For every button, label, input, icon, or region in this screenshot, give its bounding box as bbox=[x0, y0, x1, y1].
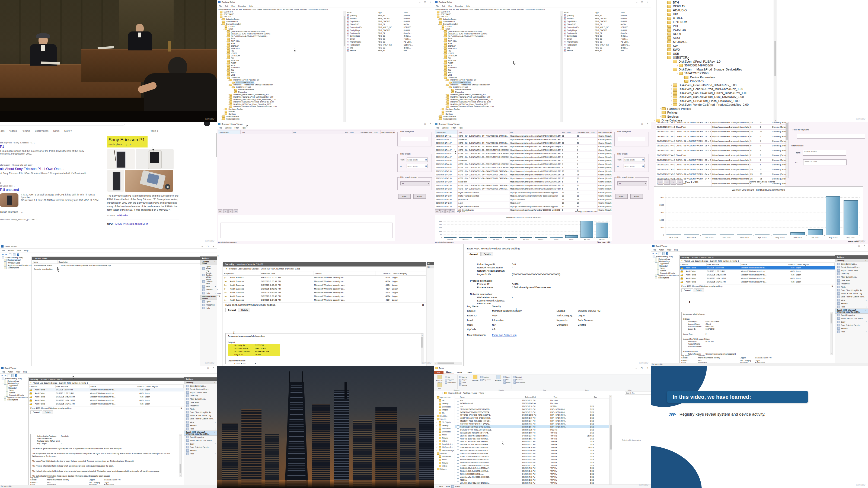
tools-button[interactable]: Tools ▾ bbox=[151, 130, 158, 132]
registry-value-row[interactable]: abDeviceDesc REG_SZ @diski... bbox=[563, 35, 651, 38]
ribbon-button[interactable]: Move to bbox=[459, 376, 467, 378]
registry-tree-node[interactable]: ›Disk&Ven_SanDisk&Prod_Cruzer_Blade&Rev_… bbox=[651, 91, 774, 95]
action-item[interactable]: Clear Filter bbox=[184, 401, 217, 404]
nav-item[interactable]: Downloads bbox=[434, 405, 455, 409]
values-header[interactable]: Name Type Data bbox=[563, 11, 651, 14]
ribbon-button[interactable]: Cut bbox=[445, 376, 456, 378]
keyword-input[interactable] bbox=[618, 137, 645, 141]
calendar-icon[interactable]: ▦ bbox=[425, 165, 427, 167]
tab-details[interactable]: Details bbox=[239, 308, 250, 312]
tree-node[interactable]: Security bbox=[651, 265, 679, 267]
expander-icon[interactable]: › bbox=[664, 1, 667, 5]
menu-item[interactable]: File bbox=[2, 249, 5, 252]
ribbon-button[interactable]: Edit bbox=[503, 379, 510, 381]
action-item[interactable]: Attach a Task To this Log... bbox=[835, 292, 868, 295]
registry-tree-node[interactable]: ⌄Disk&Ven___Mass&Prod_Storage_Device&Rev… bbox=[434, 84, 560, 86]
history-row[interactable]: 08/09/2025 17:43:46Digital Forensics Ess… bbox=[435, 191, 612, 194]
page-prev-button[interactable]: < bbox=[440, 209, 444, 214]
registry-value-row[interactable]: abDriver REG_SZ {4d36e... bbox=[563, 37, 651, 40]
registry-tree-node[interactable]: ⌄USBSTOR bbox=[434, 76, 560, 79]
expander-icon[interactable]: › bbox=[659, 107, 661, 111]
tree-node[interactable]: ⌄Windows Logs bbox=[0, 382, 28, 384]
menu-item[interactable]: View bbox=[448, 5, 452, 7]
page-prev-button[interactable]: < bbox=[223, 209, 227, 214]
action-item[interactable]: Attach a Task To this Log... bbox=[184, 414, 217, 417]
event-log-online-help-link[interactable]: Event Log Online Help bbox=[492, 333, 517, 337]
action-item[interactable]: Help bbox=[835, 330, 868, 333]
video-thumbnail[interactable] bbox=[0, 193, 19, 207]
file-row[interactable]: 250904165900817.502592.tmp 9/4/2025 4:59… bbox=[455, 473, 609, 476]
registry-tree-node[interactable]: ›Disk&Ven_SanDisk&Prod_Cruzer_Blade&Rev_… bbox=[434, 98, 560, 101]
tab-general[interactable]: General bbox=[681, 289, 693, 292]
registry-tree-node[interactable]: ⌄CurrentControlSet bbox=[217, 23, 343, 26]
action-item[interactable]: Refresh bbox=[835, 302, 868, 305]
action-item[interactable]: Refresh bbox=[835, 327, 868, 330]
registry-tree-node[interactable]: ›ROOT bbox=[217, 62, 343, 64]
registry-tree-node[interactable]: ›SWD bbox=[217, 72, 343, 74]
kp-image-grid[interactable]: ▣ bbox=[107, 149, 179, 192]
event-row[interactable]: Audit Failure8/10/2025 10:24:11 PMMicros… bbox=[29, 402, 184, 405]
registry-value-row[interactable]: abHardwareID REG_MULTI_SZ USBSTO... bbox=[563, 43, 651, 46]
maximize-button[interactable]: ▢ bbox=[207, 245, 209, 248]
tree-node[interactable]: ⌄Windows Logs bbox=[651, 260, 679, 262]
registry-value-row[interactable]: abCapabilities REG_DWORD 0x0000... bbox=[563, 20, 651, 23]
nav-item[interactable]: images bbox=[434, 408, 455, 412]
menu-item[interactable]: Favorites bbox=[455, 5, 463, 7]
close-detail-icon[interactable]: ✕ bbox=[422, 304, 424, 306]
registry-tree-node[interactable]: ›Services bbox=[434, 113, 560, 116]
menu-item[interactable]: View bbox=[231, 5, 235, 7]
values-header[interactable]: Name Type Data bbox=[346, 11, 434, 14]
minimize-button[interactable]: – bbox=[637, 123, 638, 125]
registry-tree-node[interactable]: ›Control bbox=[217, 26, 343, 28]
file-row[interactable]: 915db56b-94b0-4b47-9e44-8748dac7.. 9/8/2… bbox=[455, 466, 609, 469]
filter-button[interactable]: Filter bbox=[615, 194, 628, 199]
history-row[interactable]: 08/09/2025 17:44:07 CORE - 01 = CLIENT W… bbox=[656, 148, 786, 153]
console-icon[interactable] bbox=[8, 374, 10, 377]
file-row[interactable]: a541c599-5215-406a-8637-8462d60a.. 9/8/2… bbox=[455, 482, 609, 485]
action-item[interactable]: View bbox=[200, 285, 217, 288]
registry-tree-node[interactable]: ›SECURITY bbox=[434, 11, 560, 13]
registry-tree-node[interactable]: Properties bbox=[651, 79, 774, 83]
registry-tree-node[interactable]: ›STORAGE bbox=[217, 67, 343, 69]
forward-icon[interactable]: ➡ bbox=[5, 253, 8, 256]
registry-tree-node[interactable]: ›HID bbox=[434, 50, 560, 52]
history-row[interactable]: 08/09/2025 17:44:11SharePointhttps://sta… bbox=[435, 138, 612, 141]
file-row[interactable]: 2518a949-f8b3-4b69-b076-e2d373db.. 9/8/2… bbox=[455, 469, 609, 473]
action-item[interactable]: Open bbox=[200, 300, 217, 303]
window-icon[interactable] bbox=[13, 253, 16, 256]
registry-value-row[interactable]: abDeviceDesc REG_SZ @diski... bbox=[346, 35, 434, 38]
registry-tree-node[interactable]: ›LPTENUM bbox=[217, 55, 343, 57]
action-item[interactable]: Help bbox=[184, 427, 217, 430]
date-to-input[interactable]: Select a date▦ bbox=[407, 164, 428, 168]
registry-value-row[interactable]: abConfigFlags REG_DWORD 0x0000... bbox=[563, 29, 651, 32]
registry-tree-node[interactable]: ›USB bbox=[434, 74, 560, 76]
registry-tree-node[interactable]: ›STORAGE bbox=[434, 67, 560, 69]
registry-tree-node[interactable]: ⌄Disk&Ven___Mass&Prod_Storage_Device&Rev… bbox=[217, 84, 343, 86]
window-icon[interactable] bbox=[11, 374, 14, 377]
file-row[interactable]: 7d5104f8-7f5f-45f8-89c6-1d7b9fbebe.. 9/8… bbox=[455, 443, 609, 446]
minimize-button[interactable]: – bbox=[202, 245, 203, 248]
custom-view-row[interactable]: Administrative Events Critical, Error an… bbox=[32, 264, 200, 267]
nav-item[interactable]: M1 bbox=[434, 412, 455, 415]
forward-icon[interactable]: ➡ bbox=[656, 252, 657, 255]
registry-tree-node[interactable]: ›SCSI bbox=[434, 64, 560, 67]
registry-tree-node[interactable]: ›HID bbox=[651, 12, 774, 17]
action-item[interactable]: Help bbox=[200, 306, 217, 310]
file-row[interactable]: {C188C6EB-941D-47EC-9F7B-B14D9D.. 9/1/20… bbox=[455, 425, 609, 428]
action-item[interactable]: Save Filter to Custom View... bbox=[835, 295, 868, 298]
nav-item[interactable]: ⌄This PC bbox=[434, 418, 455, 421]
registry-tree-node[interactable]: ›Device Parameters bbox=[651, 75, 774, 79]
tree-scrollbar[interactable] bbox=[560, 11, 563, 122]
expander-icon[interactable]: › bbox=[670, 87, 673, 91]
registry-tree-node[interactable]: ⌄Disk&Ven_&Prod_P1i&Rev_1.0 bbox=[217, 79, 343, 82]
actions-group-header[interactable]: Security bbox=[835, 259, 868, 262]
close-button[interactable]: ✕ bbox=[646, 367, 648, 369]
menu-item[interactable]: File bbox=[2, 371, 5, 373]
expander-icon[interactable]: ⌄ bbox=[670, 67, 673, 72]
event-row[interactable]: Audit Failure8/10/2025 10:53:56 PMMicros… bbox=[29, 395, 184, 398]
action-item[interactable]: Refresh bbox=[184, 449, 217, 452]
registry-tree-node[interactable]: ›PCISTOR bbox=[651, 28, 774, 32]
nav-item[interactable]: ›Downloads bbox=[434, 430, 455, 433]
menu-item[interactable]: Help bbox=[674, 249, 678, 251]
menu-item[interactable]: Help bbox=[466, 5, 470, 7]
